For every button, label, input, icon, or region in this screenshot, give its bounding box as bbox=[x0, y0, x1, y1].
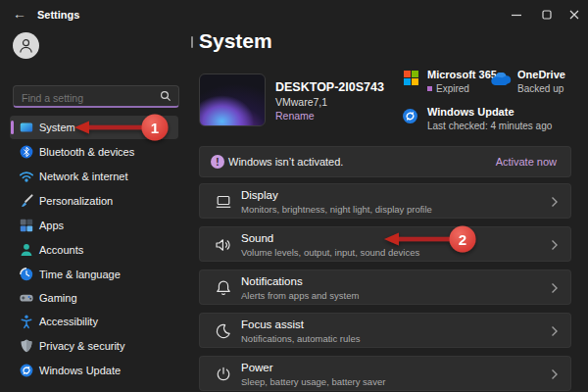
update-status: Last checked: 4 minutes ago bbox=[427, 121, 552, 131]
device-model: VMware7,1 bbox=[275, 96, 327, 108]
sidebar-item-apps[interactable]: Apps bbox=[10, 214, 178, 237]
row-title: Notifications bbox=[241, 275, 303, 287]
apps-icon bbox=[19, 218, 34, 233]
sidebar-item-gaming[interactable]: Gaming bbox=[10, 286, 178, 310]
sidebar-item-system[interactable]: System bbox=[10, 116, 178, 139]
sidebar-item-bluetooth-devices[interactable]: Bluetooth & devices bbox=[10, 140, 178, 164]
bluetooth-icon bbox=[19, 144, 34, 160]
sidebar-item-network-internet[interactable]: Network & internet bbox=[10, 165, 178, 188]
sidebar-item-personalization[interactable]: Personalization bbox=[10, 189, 178, 213]
ms365-title: Microsoft 365 bbox=[427, 69, 497, 80]
microsoft-365-icon bbox=[404, 71, 418, 89]
sidebar-item-label: Gaming bbox=[39, 292, 77, 304]
sidebar-item-time-language[interactable]: Time & language bbox=[10, 263, 178, 286]
back-icon[interactable]: ← bbox=[13, 6, 26, 22]
row-power[interactable]: Power Sleep, battery usage, battery save… bbox=[199, 356, 571, 391]
accounts-icon bbox=[19, 242, 34, 258]
focus-assist-icon bbox=[214, 321, 233, 341]
selection-indicator bbox=[11, 121, 14, 134]
settings-window: ← Settings bbox=[0, 0, 588, 392]
device-name: DESKTOP-2I0S743 bbox=[275, 80, 384, 94]
sidebar-item-label: Privacy & security bbox=[39, 340, 124, 352]
row-subtitle: Monitors, brightness, night light, displ… bbox=[241, 204, 432, 215]
sidebar-item-accounts[interactable]: Accounts bbox=[10, 238, 178, 262]
search-icon bbox=[160, 90, 172, 102]
rename-link[interactable]: Rename bbox=[275, 110, 315, 122]
update-title: Windows Update bbox=[427, 106, 514, 118]
onedrive-status: Backed up bbox=[517, 83, 564, 94]
sound-icon bbox=[214, 235, 233, 255]
sidebar-item-accessibility[interactable]: Accessibility bbox=[10, 310, 178, 333]
row-subtitle: Alerts from apps and system bbox=[241, 290, 359, 301]
windows-update-icon bbox=[19, 363, 34, 378]
chevron-right-icon bbox=[551, 325, 559, 337]
minimize-icon bbox=[512, 10, 521, 20]
row-title: Power bbox=[241, 362, 273, 373]
minimize-button[interactable] bbox=[503, 5, 530, 24]
notifications-icon bbox=[214, 278, 233, 298]
search-input[interactable] bbox=[20, 88, 156, 107]
row-title: Sound bbox=[241, 232, 273, 244]
row-title: Focus assist bbox=[241, 318, 304, 330]
chevron-right-icon bbox=[551, 282, 559, 294]
device-thumbnail bbox=[199, 74, 266, 126]
status-bullet bbox=[427, 86, 432, 91]
chevron-right-icon bbox=[551, 239, 559, 251]
power-icon bbox=[214, 365, 233, 384]
sidebar-scrollbar[interactable] bbox=[191, 36, 193, 48]
ms365-status-text: Expired bbox=[436, 83, 469, 94]
chevron-right-icon bbox=[551, 368, 559, 380]
network-icon bbox=[19, 169, 34, 184]
sidebar-item-label: Bluetooth & devices bbox=[39, 146, 134, 158]
windows-update-status-icon bbox=[402, 108, 418, 128]
sidebar-item-label: System bbox=[39, 122, 75, 133]
ms365-status: Expired bbox=[427, 83, 469, 94]
display-icon bbox=[214, 192, 233, 212]
sidebar-item-privacy-security[interactable]: Privacy & security bbox=[10, 334, 178, 358]
search-box[interactable] bbox=[13, 85, 179, 108]
user-icon bbox=[18, 37, 34, 54]
sidebar-item-windows-update[interactable]: Windows Update bbox=[10, 359, 178, 382]
row-notifications[interactable]: Notifications Alerts from apps and syste… bbox=[199, 270, 571, 305]
row-subtitle: Volume levels, output, input, sound devi… bbox=[241, 247, 419, 258]
row-display[interactable]: Display Monitors, brightness, night ligh… bbox=[199, 183, 571, 219]
privacy-security-icon bbox=[19, 338, 34, 354]
activate-now-link[interactable]: Activate now bbox=[496, 156, 557, 168]
activation-banner: ! Windows isn’t activated. Activate now bbox=[199, 146, 571, 177]
close-button[interactable] bbox=[561, 5, 588, 24]
system-icon bbox=[19, 120, 34, 135]
sidebar-item-label: Time & language bbox=[39, 269, 121, 280]
sidebar-item-label: Personalization bbox=[39, 195, 113, 207]
chevron-right-icon bbox=[551, 196, 559, 208]
row-subtitle: Notifications, automatic rules bbox=[241, 333, 360, 344]
gaming-icon bbox=[19, 290, 34, 306]
sidebar-item-label: Accounts bbox=[39, 244, 83, 256]
title-bar: ← Settings bbox=[0, 0, 588, 29]
maximize-button[interactable] bbox=[533, 5, 561, 24]
app-title: Settings bbox=[37, 9, 79, 21]
time-language-icon bbox=[19, 267, 34, 282]
sidebar-item-label: Network & internet bbox=[39, 171, 127, 182]
accessibility-icon bbox=[19, 314, 34, 329]
activation-message: Windows isn’t activated. bbox=[228, 156, 343, 168]
sidebar-item-label: Windows Update bbox=[39, 365, 121, 376]
warning-icon: ! bbox=[211, 155, 224, 169]
onedrive-title: OneDrive bbox=[517, 69, 565, 80]
sidebar-item-label: Accessibility bbox=[39, 316, 98, 327]
row-title: Display bbox=[241, 189, 278, 201]
personalization-icon bbox=[19, 193, 34, 209]
onedrive-icon bbox=[490, 73, 512, 90]
row-subtitle: Sleep, battery usage, battery saver bbox=[241, 376, 385, 387]
maximize-icon bbox=[542, 10, 552, 20]
sidebar-item-label: Apps bbox=[39, 220, 64, 231]
page-title: System bbox=[199, 29, 272, 53]
row-sound[interactable]: Sound Volume levels, output, input, soun… bbox=[199, 226, 571, 262]
avatar[interactable] bbox=[13, 32, 39, 59]
row-focus-assist[interactable]: Focus assist Notifications, automatic ru… bbox=[199, 313, 571, 348]
close-icon bbox=[569, 10, 579, 20]
